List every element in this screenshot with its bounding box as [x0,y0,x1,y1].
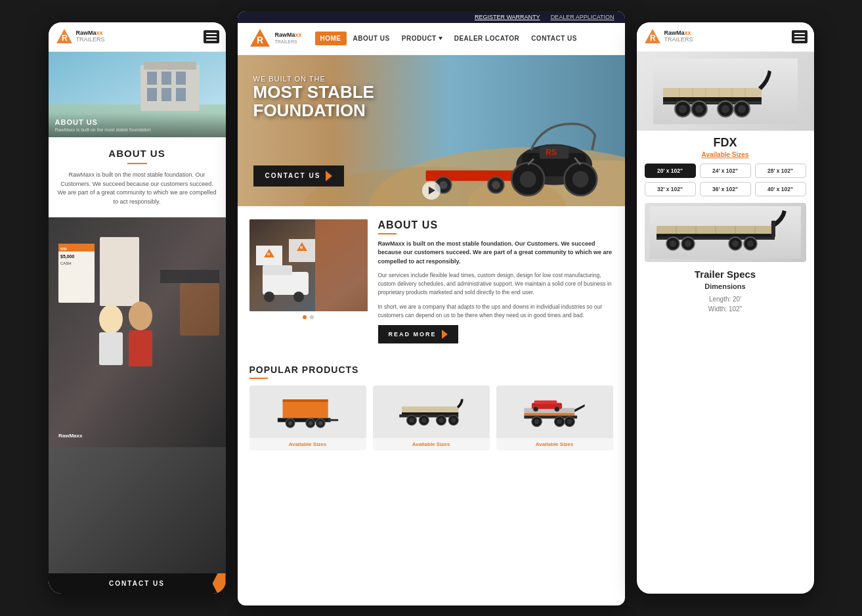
product-link-3[interactable]: Available Sizes [496,438,613,451]
main-logo-icon: R [248,27,272,51]
size-badge-6[interactable]: 40' x 102" [755,182,806,196]
svg-rect-6 [147,72,157,85]
svg-point-94 [555,407,560,412]
svg-rect-98 [663,88,762,97]
hero-main-heading: MOST STABLE FOUNDATION [253,83,374,120]
svg-point-21 [129,301,152,330]
svg-point-123 [685,240,691,247]
svg-point-79 [439,418,444,424]
flatbed-trailer-svg [392,397,471,426]
svg-rect-99 [663,97,762,101]
svg-point-105 [695,105,703,113]
left-about-text: RawMaxx is built on the most stable foun… [58,171,217,206]
main-logo-text: RawMaxxTRAILERS [275,32,302,45]
svg-rect-5 [144,62,196,70]
available-sizes-link[interactable]: Available Sizes [637,151,814,164]
svg-text:R: R [257,35,263,45]
hamburger-menu-left[interactable] [204,30,219,43]
left-hero-sub: RawMaxx is built on the most stable foun… [55,127,219,132]
read-more-button[interactable]: READ MORE [378,325,458,343]
logo-text-right: RawMaxxTRAILERS [664,30,693,43]
product-image-3 [496,385,613,438]
main-about-section: R R ABOUT US RawMaxx is built on the mos… [238,206,625,357]
product-link-2[interactable]: Available Sizes [373,438,490,451]
about-image-column: R R [249,219,368,343]
logo-icon-left: R [55,28,74,46]
left-mobile-header: R RawMaxxTRAILERS [49,22,226,52]
hero-contact-button[interactable]: CONTACT US [253,165,345,187]
svg-rect-18 [100,237,139,306]
left-contact-button[interactable]: CONTACT US [49,573,226,594]
left-about-section: ABOUT US RawMaxx is built on the most st… [49,137,226,217]
main-navigation: R RawMaxxTRAILERS HOME ABOUT US PRODUCT … [238,23,625,55]
size-badge-4[interactable]: 32' x 102" [645,182,696,196]
trailer-specs-image [645,203,806,262]
play-icon [429,187,435,194]
svg-point-70 [318,421,322,425]
product-image-1 [249,385,366,438]
products-orange-line [249,378,268,379]
play-button[interactable] [422,181,441,200]
hero-atv-vehicle: RS [415,95,612,200]
svg-rect-22 [129,330,152,366]
about-para-1: Our services include flexible lead times… [378,271,613,297]
about-image-dots [249,315,368,319]
size-badge-5[interactable]: 36' x 102" [700,182,751,196]
product-chevron-icon [439,37,442,40]
svg-rect-62 [282,399,328,402]
dump-trailer-svg [272,395,344,428]
nav-item-contact[interactable]: CONTACT US [526,32,582,45]
left-hero-overlay: ABOUT US RawMaxx is built on the most st… [49,113,226,137]
svg-point-53 [264,292,274,302]
dot-1[interactable] [303,315,307,319]
right-logo: R RawMaxxTRAILERS [643,28,693,46]
about-para-2: In short, we are a company that adapts t… [378,303,613,320]
fdx-title: FDX [637,131,814,151]
product-card-2: Available Sizes [373,385,490,451]
specs-width: Width: 102" [637,304,814,314]
left-event-image: WIN $5,000 CASH RawMaxx [49,217,226,573]
svg-rect-25 [160,270,219,283]
svg-rect-128 [771,221,775,237]
svg-text:R: R [650,33,656,43]
specs-title: Trailer Specs [637,262,814,282]
nav-item-product[interactable]: PRODUCT [397,32,448,45]
size-badge-2[interactable]: 24' x 102" [700,164,751,178]
svg-rect-8 [176,72,186,85]
svg-text:CASH: CASH [60,261,72,265]
svg-point-125 [732,240,739,247]
svg-rect-9 [147,88,157,101]
product-link-1[interactable]: Available Sizes [249,438,366,451]
svg-rect-64 [328,419,337,421]
svg-point-109 [738,105,746,113]
nav-item-about[interactable]: ABOUT US [348,32,395,45]
svg-rect-13 [58,244,95,303]
dot-2[interactable] [310,315,314,319]
trailer-specs-svg [650,206,801,259]
svg-point-77 [421,418,427,424]
dealer-application-link[interactable]: DEALER APPLICATION [551,14,614,20]
svg-rect-24 [180,283,219,336]
svg-point-68 [308,421,312,425]
specs-length: Length: 20' [637,294,814,304]
car-hauler-svg [517,395,592,428]
products-section: POPULAR PRODUCTS [238,357,625,458]
nav-item-home[interactable]: HOME [315,32,347,45]
svg-point-107 [722,105,729,113]
svg-rect-51 [263,272,309,295]
size-badge-3[interactable]: 28' x 102" [755,164,806,178]
svg-text:R: R [267,252,270,256]
register-warranty-link[interactable]: REGISTER WARRANTY [475,14,540,20]
svg-point-93 [533,407,538,412]
size-badge-1[interactable]: 20' x 102" [645,164,696,178]
hamburger-menu-right[interactable] [792,30,808,43]
specs-subtitle: Dimensions [637,282,814,294]
nav-items-container: HOME ABOUT US PRODUCT DEALER LOCATOR CON… [315,32,614,45]
svg-point-34 [439,181,447,188]
svg-rect-50 [315,219,368,311]
logo-text-left: RawMaxxTRAILERS [76,30,105,43]
svg-point-88 [557,419,562,424]
nav-item-dealer[interactable]: DEALER LOCATOR [449,32,525,45]
left-logo: R RawMaxxTRAILERS [55,28,105,46]
right-mobile-header: R RawMaxxTRAILERS [637,22,814,52]
